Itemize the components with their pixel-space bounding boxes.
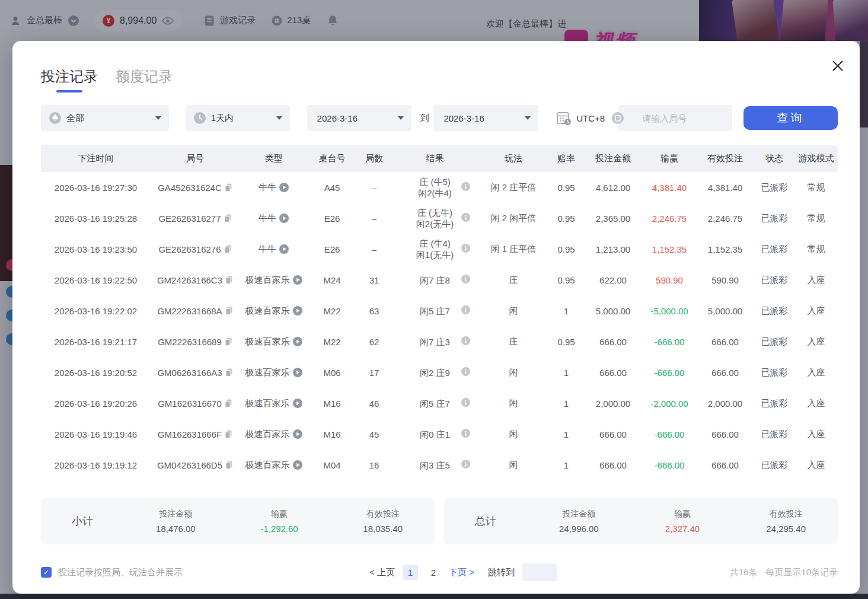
cell-round-id: GM04263166D5: [151, 450, 240, 480]
cell-result: 庄 (牛5) 闲2(牛4): [392, 172, 478, 203]
clock-icon: [194, 112, 206, 124]
info-icon[interactable]: [461, 213, 470, 224]
prev-page-button[interactable]: < 上页: [369, 567, 395, 578]
round-id-text: GE2626316276: [158, 244, 221, 254]
play-video-icon[interactable]: [293, 306, 302, 316]
cell-round-id: GM222631668A: [151, 295, 240, 326]
date-range-to-label: 到: [417, 113, 432, 124]
copy-icon[interactable]: [225, 368, 233, 377]
result-line-2: 闲2(牛4): [418, 187, 452, 199]
close-icon[interactable]: [829, 57, 847, 75]
cell-odds: 0.95: [549, 326, 583, 357]
play-video-icon[interactable]: [293, 460, 302, 470]
copy-icon[interactable]: [224, 245, 232, 253]
cell-status: 已派彩: [754, 419, 794, 450]
cell-table-no: M16: [308, 388, 356, 419]
play-video-icon[interactable]: [293, 429, 302, 439]
round-id-text: GM162631666F: [158, 429, 222, 439]
play-video-icon[interactable]: [279, 183, 289, 192]
col-header-status: 状态: [754, 145, 794, 172]
info-icon[interactable]: [461, 244, 470, 254]
total-win-value: 2,327.40: [631, 524, 735, 534]
cell-valid-bet: 5,000.00: [696, 295, 754, 326]
game-type-text: 极速百家乐: [245, 305, 290, 317]
round-number-input[interactable]: [618, 105, 732, 131]
copy-icon[interactable]: [225, 307, 233, 315]
cell-table-no: M16: [308, 419, 356, 450]
cell-valid-bet: 666.00: [696, 357, 754, 388]
game-type-text: 极速百家乐: [245, 367, 290, 378]
round-id-text: GM2226316689: [158, 337, 222, 347]
info-icon[interactable]: [461, 398, 470, 409]
play-video-icon[interactable]: [279, 244, 289, 254]
cell-valid-bet: 666.00: [696, 326, 754, 357]
result-line-1: 闲0 庄1: [420, 429, 450, 440]
subtotal-label: 小计: [41, 514, 124, 528]
date-from-select[interactable]: 2026-3-16: [307, 105, 412, 131]
date-to-select[interactable]: 2026-3-16: [433, 105, 538, 131]
timezone-indicator[interactable]: UTC+8: [556, 110, 605, 126]
info-icon[interactable]: [461, 367, 470, 378]
tab-bet-records[interactable]: 投注记录: [41, 67, 98, 93]
result-text: 庄 (牛5) 闲2(牛4): [418, 176, 452, 199]
subtotal-bet: 投注金额 18,476.00: [124, 509, 228, 534]
round-id-text: GM24263166C3: [157, 275, 222, 285]
date-from-value: 2026-3-16: [317, 113, 358, 123]
modal-tabs: 投注记录 额度记录: [41, 67, 838, 93]
table-row: 2026-03-16 19:25:28 GE2626316277 牛牛 E26 …: [41, 203, 838, 234]
subtotal-win: 输赢 -1,292.60: [228, 509, 331, 534]
cell-status: 已派彩: [754, 203, 794, 234]
result-text: 闲5 庄7: [420, 305, 450, 317]
game-type-text: 牛牛: [259, 244, 276, 255]
table-row: 2026-03-16 19:22:50 GM24263166C3 极速百家乐 M…: [41, 265, 838, 295]
search-button[interactable]: 查询: [743, 106, 838, 130]
jump-to-input[interactable]: [522, 563, 557, 581]
copy-icon[interactable]: [225, 430, 232, 438]
merge-checkbox[interactable]: ✓: [41, 567, 52, 578]
result-text: 闲0 庄1: [420, 429, 450, 440]
info-icon[interactable]: [461, 336, 470, 347]
cell-table-no: A45: [308, 172, 356, 203]
copy-icon[interactable]: [225, 461, 233, 469]
cell-game-count: –: [356, 234, 392, 265]
tab-quota-records[interactable]: 额度记录: [116, 67, 173, 93]
info-icon[interactable]: [461, 275, 470, 285]
cell-result: 闲5 庄7: [392, 295, 478, 326]
cell-result: 庄 (牛4) 闲1(无牛): [392, 234, 478, 265]
subtotal-win-value: -1,292.60: [228, 524, 331, 534]
info-icon[interactable]: [461, 460, 470, 470]
cell-status: 已派彩: [754, 234, 794, 265]
cell-bet-time: 2026-03-16 19:25:28: [41, 203, 151, 234]
game-type-text: 极速百家乐: [245, 275, 290, 286]
play-video-icon[interactable]: [293, 368, 302, 377]
page-number-1[interactable]: 1: [403, 565, 418, 580]
result-text: 闲7 庄8: [420, 275, 450, 286]
cell-game-count: 63: [356, 295, 392, 326]
play-video-icon[interactable]: [293, 337, 302, 346]
copy-icon[interactable]: [224, 214, 232, 222]
cell-bet-time: 2026-03-16 19:22:02: [41, 295, 151, 326]
copy-icon[interactable]: [225, 337, 232, 346]
next-page-button[interactable]: 下页 >: [449, 567, 474, 578]
info-icon[interactable]: [461, 305, 470, 316]
copy-icon[interactable]: [225, 183, 232, 192]
cell-table-no: E26: [308, 203, 356, 234]
info-icon[interactable]: [461, 429, 470, 439]
cell-odds: 1: [549, 295, 583, 326]
cell-win-loss: -666.00: [643, 357, 696, 388]
info-icon[interactable]: [461, 182, 470, 193]
play-video-icon[interactable]: [293, 399, 302, 408]
game-type-select[interactable]: 全部: [41, 105, 169, 131]
play-video-icon[interactable]: [293, 275, 302, 285]
cell-status: 已派彩: [754, 450, 794, 480]
cell-bet-amount: 2,000.00: [583, 388, 643, 419]
copy-icon[interactable]: [225, 276, 233, 284]
cell-game-type: 极速百家乐: [240, 450, 308, 480]
play-video-icon[interactable]: [279, 214, 289, 223]
copy-icon[interactable]: [225, 399, 232, 407]
cell-play: 闲 2 闲平倍: [478, 203, 549, 234]
cell-table-no: M22: [308, 295, 356, 326]
page-number-2[interactable]: 2: [426, 565, 441, 580]
time-range-select[interactable]: 1天内: [186, 105, 290, 131]
cell-play: 庄: [478, 265, 549, 295]
